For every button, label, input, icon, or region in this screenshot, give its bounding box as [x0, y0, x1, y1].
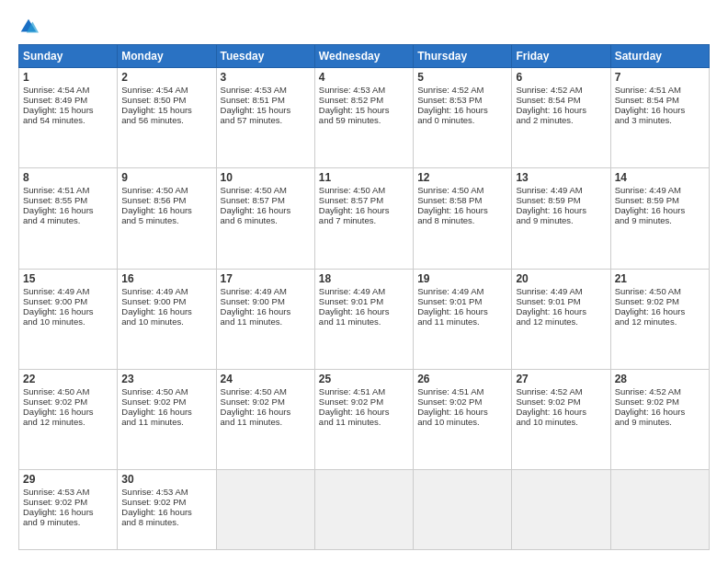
day-info-line: Sunrise: 4:52 AM: [417, 85, 507, 95]
calendar-cell: 9Sunrise: 4:50 AMSunset: 8:56 PMDaylight…: [118, 168, 216, 269]
day-of-week-header: Saturday: [610, 45, 709, 68]
day-info-line: Sunrise: 4:49 AM: [221, 286, 311, 296]
day-info-line: Sunrise: 4:53 AM: [319, 85, 409, 95]
day-info-line: Sunrise: 4:51 AM: [417, 386, 507, 396]
calendar-cell: [414, 470, 512, 550]
day-info-line: Sunset: 8:50 PM: [121, 95, 211, 105]
day-number: 25: [319, 373, 409, 385]
calendar-cell: 22Sunrise: 4:50 AMSunset: 9:02 PMDayligh…: [19, 369, 118, 469]
day-info-line: Sunrise: 4:50 AM: [23, 386, 113, 396]
calendar-cell: 21Sunrise: 4:50 AMSunset: 9:02 PMDayligh…: [610, 269, 709, 369]
day-info-line: Sunrise: 4:54 AM: [23, 85, 113, 95]
day-number: 23: [121, 373, 211, 385]
calendar-cell: 11Sunrise: 4:50 AMSunset: 8:57 PMDayligh…: [314, 168, 413, 269]
day-number: 6: [516, 71, 606, 84]
day-info-line: Sunrise: 4:53 AM: [221, 85, 311, 95]
day-info-line: Sunrise: 4:50 AM: [417, 185, 507, 195]
day-number: 15: [23, 272, 113, 285]
day-info-line: Sunrise: 4:52 AM: [516, 85, 606, 95]
calendar-cell: 17Sunrise: 4:49 AMSunset: 9:00 PMDayligh…: [216, 269, 314, 369]
day-number: 4: [319, 71, 409, 84]
calendar-cell: 14Sunrise: 4:49 AMSunset: 8:59 PMDayligh…: [610, 168, 709, 269]
day-info-line: Daylight: 16 hours: [417, 105, 507, 115]
day-info-line: Sunrise: 4:53 AM: [121, 487, 211, 497]
day-info-line: Daylight: 16 hours: [121, 507, 211, 517]
day-info-line: and 12 minutes.: [615, 316, 705, 327]
day-info-line: Daylight: 16 hours: [23, 306, 113, 316]
day-info-line: Sunrise: 4:54 AM: [121, 85, 211, 95]
calendar: SundayMondayTuesdayWednesdayThursdayFrid…: [18, 44, 710, 550]
day-info-line: and 12 minutes.: [23, 417, 113, 427]
day-info-line: and 5 minutes.: [121, 215, 211, 225]
day-info-line: Daylight: 16 hours: [121, 306, 211, 316]
day-number: 27: [516, 373, 606, 385]
day-number: 22: [23, 373, 113, 385]
day-info-line: Daylight: 16 hours: [516, 306, 606, 316]
calendar-cell: 3Sunrise: 4:53 AMSunset: 8:51 PMDaylight…: [216, 68, 314, 168]
day-info-line: and 11 minutes.: [221, 417, 311, 427]
day-number: 12: [417, 171, 507, 184]
day-info-line: Daylight: 16 hours: [319, 205, 409, 215]
day-info-line: and 59 minutes.: [319, 115, 409, 125]
day-info-line: and 56 minutes.: [121, 115, 211, 125]
day-number: 18: [319, 272, 409, 285]
calendar-cell: 5Sunrise: 4:52 AMSunset: 8:53 PMDaylight…: [414, 68, 512, 168]
calendar-cell: 18Sunrise: 4:49 AMSunset: 9:01 PMDayligh…: [314, 269, 413, 369]
day-info-line: Sunrise: 4:49 AM: [319, 286, 409, 296]
day-number: 13: [516, 171, 606, 184]
day-number: 24: [221, 373, 311, 385]
day-of-week-header: Monday: [118, 45, 216, 68]
day-info-line: Sunset: 8:52 PM: [319, 95, 409, 105]
day-info-line: and 9 minutes.: [615, 417, 705, 427]
calendar-row: 15Sunrise: 4:49 AMSunset: 9:00 PMDayligh…: [19, 269, 710, 369]
day-info-line: Sunset: 9:02 PM: [417, 396, 507, 407]
day-info-line: and 7 minutes.: [319, 215, 409, 225]
day-number: 9: [121, 171, 211, 184]
day-number: 28: [615, 373, 705, 385]
day-info-line: Sunrise: 4:49 AM: [615, 185, 705, 195]
calendar-row: 8Sunrise: 4:51 AMSunset: 8:55 PMDaylight…: [19, 168, 710, 269]
day-info-line: Sunset: 9:00 PM: [221, 296, 311, 306]
day-info-line: and 10 minutes.: [23, 316, 113, 327]
day-info-line: Sunset: 9:01 PM: [516, 296, 606, 306]
day-info-line: and 9 minutes.: [516, 215, 606, 225]
day-info-line: and 2 minutes.: [516, 115, 606, 125]
day-info-line: Sunset: 8:53 PM: [417, 95, 507, 105]
day-info-line: Sunset: 9:02 PM: [615, 396, 705, 407]
day-number: 17: [221, 272, 311, 285]
day-info-line: Sunrise: 4:49 AM: [516, 185, 606, 195]
day-info-line: Sunrise: 4:49 AM: [23, 286, 113, 296]
day-info-line: and 11 minutes.: [121, 417, 211, 427]
day-info-line: Daylight: 15 hours: [23, 105, 113, 115]
day-info-line: Sunrise: 4:49 AM: [121, 286, 211, 296]
day-info-line: and 10 minutes.: [516, 417, 606, 427]
calendar-cell: 24Sunrise: 4:50 AMSunset: 9:02 PMDayligh…: [216, 369, 314, 469]
day-info-line: Sunset: 8:59 PM: [516, 195, 606, 205]
calendar-cell: 26Sunrise: 4:51 AMSunset: 9:02 PMDayligh…: [414, 369, 512, 469]
day-info-line: Sunrise: 4:50 AM: [121, 185, 211, 195]
calendar-cell: 28Sunrise: 4:52 AMSunset: 9:02 PMDayligh…: [610, 369, 709, 469]
day-info-line: Daylight: 16 hours: [121, 205, 211, 215]
day-info-line: Sunset: 8:56 PM: [121, 195, 211, 205]
day-info-line: Sunrise: 4:50 AM: [221, 386, 311, 396]
calendar-cell: [512, 470, 610, 550]
day-info-line: Daylight: 16 hours: [516, 105, 606, 115]
calendar-cell: 15Sunrise: 4:49 AMSunset: 9:00 PMDayligh…: [19, 269, 118, 369]
calendar-cell: 20Sunrise: 4:49 AMSunset: 9:01 PMDayligh…: [512, 269, 610, 369]
calendar-cell: 29Sunrise: 4:53 AMSunset: 9:02 PMDayligh…: [19, 470, 118, 550]
day-info-line: and 10 minutes.: [417, 417, 507, 427]
day-number: 8: [23, 171, 113, 184]
day-info-line: and 11 minutes.: [417, 316, 507, 327]
day-number: 20: [516, 272, 606, 285]
day-info-line: Sunset: 9:02 PM: [615, 296, 705, 306]
day-number: 2: [121, 71, 211, 84]
day-info-line: Daylight: 16 hours: [221, 205, 311, 215]
calendar-cell: 1Sunrise: 4:54 AMSunset: 8:49 PMDaylight…: [19, 68, 118, 168]
day-info-line: and 54 minutes.: [23, 115, 113, 125]
day-info-line: Sunset: 9:00 PM: [121, 296, 211, 306]
day-info-line: Daylight: 16 hours: [417, 407, 507, 417]
day-number: 5: [417, 71, 507, 84]
day-info-line: Sunset: 8:51 PM: [221, 95, 311, 105]
calendar-cell: 10Sunrise: 4:50 AMSunset: 8:57 PMDayligh…: [216, 168, 314, 269]
day-info-line: Sunset: 8:54 PM: [615, 95, 705, 105]
